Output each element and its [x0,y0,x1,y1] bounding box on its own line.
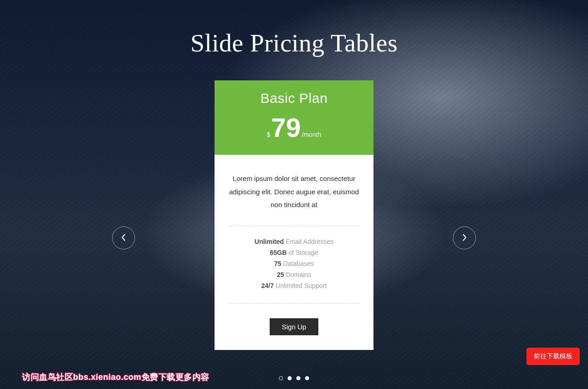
download-template-button[interactable]: 前往下载模板 [526,348,580,365]
feature-item: 25 Domains [228,271,360,278]
feature-text: Email Addresses [284,238,334,245]
feature-bold: 65GB [270,249,287,256]
feature-item: 75 Databases [228,260,360,267]
feature-bold: 75 [274,260,282,267]
page-title: Slide Pricing Tables [0,0,588,57]
feature-text: Databases [281,260,314,267]
divider [228,226,360,226]
feature-bold: Unlimited [254,238,284,245]
pricing-carousel: Basic Plan $ 79 /month Lorem ipsum dolor… [0,80,588,350]
chevron-left-icon [121,234,126,242]
price-period: /month [302,131,322,138]
next-button[interactable] [453,226,476,249]
feature-list: Unlimited Email Addresses65GB of Storage… [228,238,360,289]
feature-bold: 24/7 [261,282,274,289]
currency: $ [266,131,270,138]
carousel-dot[interactable] [296,376,300,380]
feature-text: Domains [284,271,311,278]
chevron-right-icon [462,234,467,242]
feature-item: 65GB of Storage [228,249,360,256]
carousel-dot[interactable] [279,376,283,380]
feature-text: Unlimited Support [274,282,327,289]
prev-button[interactable] [112,226,135,249]
signup-button[interactable]: Sign Up [270,318,318,335]
feature-item: Unlimited Email Addresses [228,238,360,245]
feature-item: 24/7 Unlimited Support [228,282,360,289]
plan-name: Basic Plan [219,90,369,106]
plan-description: Lorem ipsum dolor sit amet, consectetur … [228,172,360,212]
card-body: Lorem ipsum dolor sit amet, consectetur … [215,155,373,350]
pricing-card: Basic Plan $ 79 /month Lorem ipsum dolor… [215,80,373,350]
price-amount: 79 [271,114,301,141]
watermark-text: 访问血鸟社区bbs.xieniao.com免费下载更多内容 [22,372,209,383]
price: $ 79 /month [219,114,369,141]
feature-text: of Storage [287,249,318,256]
carousel-dot[interactable] [305,376,309,380]
card-header: Basic Plan $ 79 /month [215,80,373,155]
carousel-dot[interactable] [288,376,292,380]
divider [228,303,360,304]
carousel-dots [279,376,309,380]
feature-bold: 25 [277,271,284,278]
